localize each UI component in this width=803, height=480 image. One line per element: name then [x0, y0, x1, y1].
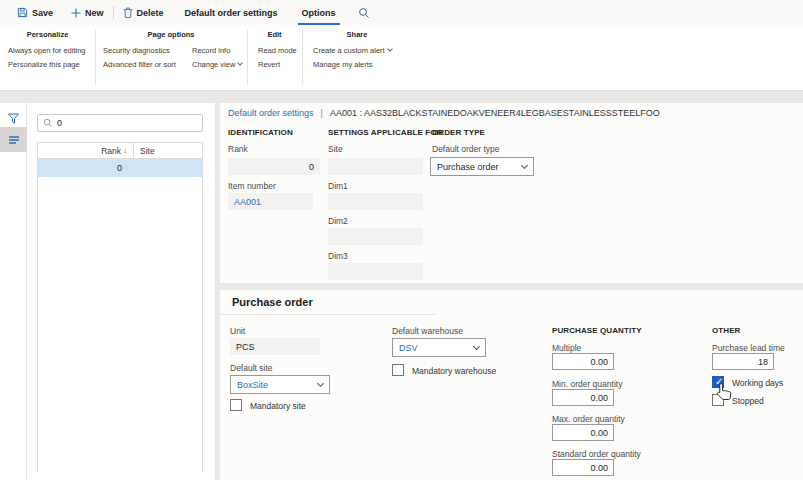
purchase-order-title[interactable]: Purchase order	[232, 296, 313, 308]
delete-label: Delete	[137, 8, 164, 18]
left-icon-strip	[0, 103, 27, 480]
hand-pointer-icon	[716, 382, 732, 401]
dim1-field[interactable]	[328, 193, 423, 210]
order-type-section-title: ORDER TYPE	[432, 128, 485, 137]
chevron-down-icon	[521, 162, 528, 169]
ribbon-item-security-diagnostics[interactable]: Security diagnostics	[103, 46, 170, 55]
purchase-lead-time-label: Purchase lead time	[712, 343, 785, 353]
other-section-title: OTHER	[712, 326, 741, 335]
item-number-link[interactable]: AA001	[234, 197, 261, 207]
tab-default-order-settings[interactable]: Default order settings	[173, 0, 290, 25]
max-order-quantity-field[interactable]: 0.00	[552, 424, 614, 441]
dim2-field[interactable]	[328, 228, 423, 245]
site-field[interactable]	[328, 158, 423, 175]
default-warehouse-label: Default warehouse	[392, 326, 463, 336]
default-warehouse-value: DSV	[399, 343, 418, 353]
identification-section-title: IDENTIFICATION	[228, 128, 293, 137]
settings-applicable-section-title: SETTINGS APPLICABLE FOR	[328, 128, 442, 137]
ribbon-group-personalize-title: Personalize	[0, 30, 95, 39]
ribbon-group-page-options-title: Page options	[95, 30, 247, 39]
multiple-label: Multiple	[552, 343, 581, 353]
item-number-label: Item number	[228, 181, 276, 191]
column-header-site[interactable]: Site	[134, 143, 202, 158]
header-separator: |	[321, 108, 323, 118]
dim3-label: Dim3	[328, 251, 348, 261]
list-view-button[interactable]	[0, 127, 27, 152]
default-order-settings-link[interactable]: Default order settings	[228, 108, 314, 118]
quick-filter-value: 0	[57, 118, 62, 128]
chevron-down-icon	[473, 343, 480, 350]
sort-descending-icon: ↓	[123, 146, 127, 155]
purchase-quantity-section-title: PURCHASE QUANTITY	[552, 326, 642, 335]
mouse-cursor	[716, 382, 732, 405]
unit-field[interactable]: PCS	[230, 338, 320, 355]
mandatory-site-label[interactable]: Mandatory site	[250, 401, 306, 411]
save-label: Save	[32, 8, 53, 18]
column-header-rank[interactable]: Rank ↓	[38, 143, 134, 158]
mandatory-site-checkbox[interactable]	[230, 399, 242, 411]
change-view-label: Change view	[192, 60, 235, 69]
new-label: New	[85, 8, 104, 18]
chevron-down-icon	[387, 46, 393, 52]
min-order-quantity-label: Min. order quantity	[552, 379, 622, 389]
action-pane: Save New Delete Default order settings O…	[0, 0, 803, 25]
records-grid: Rank ↓ Site 0	[37, 142, 203, 472]
save-icon	[17, 7, 28, 18]
multiple-field[interactable]: 0.00	[552, 353, 614, 370]
ribbon-item-advanced-filter-or-sort[interactable]: Advanced filter or sort	[103, 60, 176, 69]
ribbon-item-read-mode[interactable]: Read mode	[258, 46, 297, 55]
dim1-label: Dim1	[328, 181, 348, 191]
ribbon-group-share-title: Share	[302, 30, 412, 39]
create-custom-alert-label: Create a custom alert	[313, 46, 385, 55]
trash-icon	[123, 7, 133, 18]
new-button[interactable]: New	[62, 0, 113, 25]
ribbon-item-change-view[interactable]: Change view	[192, 60, 242, 69]
record-list-panel: 0 Rank ↓ Site 0	[27, 103, 215, 480]
default-warehouse-select[interactable]: DSV	[392, 338, 486, 357]
rank-field[interactable]: 0	[228, 158, 320, 175]
ribbon-item-manage-my-alerts[interactable]: Manage my alerts	[313, 60, 373, 69]
unit-label: Unit	[230, 326, 245, 336]
tab-options[interactable]: Options	[290, 0, 348, 25]
list-lines-icon	[8, 135, 20, 145]
default-site-select[interactable]: BoxSite	[230, 375, 330, 394]
section-divider	[220, 314, 435, 315]
grid-row-selected[interactable]: 0	[38, 159, 202, 177]
record-header: Default order settings | AA001 : AAS32BL…	[228, 108, 660, 118]
default-site-label: Default site	[230, 363, 273, 373]
mandatory-warehouse-label[interactable]: Mandatory warehouse	[412, 366, 496, 376]
ribbon-item-personalize-this-page[interactable]: Personalize this page	[8, 60, 80, 69]
site-label: Site	[328, 144, 343, 154]
mandatory-warehouse-checkbox[interactable]	[392, 364, 404, 376]
default-order-settings-form: Default order settings | AA001 : AAS32BL…	[220, 103, 803, 283]
search-icon	[43, 118, 53, 128]
plus-icon	[71, 8, 81, 18]
delete-button[interactable]: Delete	[114, 0, 173, 25]
default-order-type-label: Default order type	[432, 144, 500, 154]
default-order-type-select[interactable]: Purchase order	[430, 157, 534, 176]
ribbon-group-edit-title: Edit	[247, 30, 302, 39]
purchase-lead-time-field[interactable]: 18	[712, 353, 774, 370]
toolbar-search-button[interactable]	[348, 0, 380, 25]
grid-header-row: Rank ↓ Site	[38, 142, 202, 159]
ribbon-item-revert[interactable]: Revert	[258, 60, 280, 69]
ribbon-item-create-custom-alert[interactable]: Create a custom alert	[313, 46, 392, 55]
standard-order-quantity-field[interactable]: 0.00	[552, 459, 614, 476]
working-days-label[interactable]: Working days	[732, 378, 783, 388]
record-title: AA001 : AAS32BLACKSTAINEDOAKVENEER4LEGBA…	[330, 108, 660, 118]
ribbon-item-always-open-for-editing[interactable]: Always open for editing	[8, 46, 86, 55]
save-button[interactable]: Save	[8, 0, 62, 25]
standard-order-quantity-label: Standard order quantity	[552, 449, 641, 459]
dim3-field[interactable]	[328, 263, 423, 280]
stopped-label[interactable]: Stopped	[732, 396, 764, 406]
quick-filter-input[interactable]: 0	[37, 114, 203, 132]
ribbon-item-record-info[interactable]: Record info	[192, 46, 230, 55]
max-order-quantity-label: Max. order quantity	[552, 414, 625, 424]
rank-label: Rank	[228, 144, 248, 154]
app-window: Save New Delete Default order settings O…	[0, 0, 803, 480]
dim2-label: Dim2	[328, 216, 348, 226]
search-icon	[358, 7, 370, 19]
item-number-field[interactable]: AA001	[228, 193, 313, 210]
min-order-quantity-field[interactable]: 0.00	[552, 389, 614, 406]
site-header-label: Site	[140, 146, 155, 156]
